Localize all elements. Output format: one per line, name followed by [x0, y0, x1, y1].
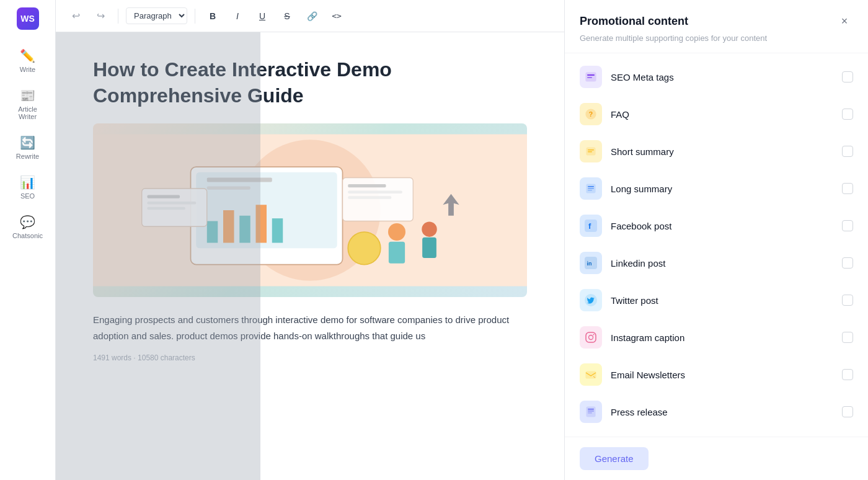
linkedin-post-icon: in — [580, 252, 602, 274]
svg-rect-16 — [348, 184, 386, 187]
svg-text:in: in — [587, 260, 592, 267]
undo-button[interactable]: ↩ — [66, 6, 86, 26]
sidebar-item-rewrite[interactable]: 🔄 Rewrite — [6, 129, 50, 166]
sidebar-item-chatsonic-label: Chatsonic — [12, 232, 43, 239]
sidebar-item-article-writer-label: Article Writer — [11, 105, 45, 120]
svg-rect-8 — [272, 218, 283, 242]
svg-rect-26 — [587, 74, 595, 76]
italic-button[interactable]: I — [228, 6, 247, 26]
svg-point-21 — [422, 222, 437, 238]
list-item[interactable]: SEO Meta tags — [565, 58, 868, 96]
rewrite-icon: 🔄 — [20, 135, 35, 150]
svg-text:f: f — [588, 221, 591, 231]
svg-rect-18 — [348, 196, 391, 198]
press-release-icon — [580, 401, 602, 423]
faq-label: FAQ — [611, 109, 833, 120]
list-item[interactable]: Instagram caption — [565, 319, 868, 356]
svg-rect-17 — [348, 191, 402, 193]
faq-checkbox[interactable] — [842, 109, 853, 120]
seo-meta-checkbox[interactable] — [842, 71, 853, 82]
article-writer-icon: 📰 — [20, 88, 35, 103]
panel-subtitle: Generate multiple supporting copies for … — [580, 33, 853, 43]
seo-icon: 📊 — [20, 175, 35, 190]
underline-button[interactable]: U — [252, 6, 272, 26]
instagram-caption-icon — [580, 326, 602, 349]
short-summary-checkbox[interactable] — [842, 146, 853, 157]
twitter-post-label: Twitter post — [611, 295, 833, 306]
toolbar-divider-1 — [118, 9, 118, 24]
code-button[interactable]: <> — [327, 6, 347, 26]
bold-button[interactable]: B — [203, 6, 223, 26]
svg-rect-46 — [587, 407, 595, 417]
facebook-post-icon: f — [580, 215, 602, 237]
svg-point-19 — [388, 223, 405, 241]
list-item[interactable]: in Linkedin post — [565, 244, 868, 282]
facebook-post-label: Facebook post — [611, 221, 833, 231]
svg-text:?: ? — [589, 110, 593, 118]
instagram-caption-checkbox[interactable] — [842, 332, 853, 343]
sidebar-item-seo[interactable]: 📊 SEO — [6, 169, 50, 206]
twitter-post-checkbox[interactable] — [842, 295, 853, 306]
svg-rect-32 — [588, 151, 592, 153]
press-release-checkbox[interactable] — [842, 406, 853, 417]
twitter-post-icon — [580, 289, 602, 311]
panel-title-row: Promotional content × — [580, 12, 853, 30]
linkedin-post-checkbox[interactable] — [842, 257, 853, 269]
svg-point-44 — [593, 334, 595, 336]
instagram-caption-label: Instagram caption — [611, 332, 833, 343]
generate-button[interactable]: Generate — [580, 447, 649, 470]
long-summary-checkbox[interactable] — [842, 183, 853, 194]
svg-point-43 — [589, 336, 593, 340]
email-newsletters-checkbox[interactable] — [842, 369, 853, 380]
toolbar-divider-2 — [195, 9, 195, 24]
redo-button[interactable]: ↪ — [91, 6, 110, 26]
linkedin-post-label: Linkedin post — [611, 258, 833, 269]
sidebar-item-article-writer[interactable]: 📰 Article Writer — [6, 82, 50, 127]
sidebar-item-rewrite-label: Rewrite — [16, 153, 39, 160]
paragraph-select[interactable]: Paragraph — [126, 7, 187, 24]
short-summary-label: Short summary — [611, 146, 833, 157]
long-summary-icon — [580, 177, 602, 200]
link-button[interactable]: 🔗 — [302, 6, 322, 26]
list-item[interactable]: Twitter post — [565, 282, 868, 319]
list-item[interactable]: f Facebook post — [565, 207, 868, 244]
sidebar: WS ✏️ Write 📰 Article Writer 🔄 Rewrite 📊… — [0, 0, 56, 480]
promotional-content-panel: Promotional content × Generate multiple … — [564, 0, 868, 480]
svg-rect-42 — [586, 332, 596, 342]
svg-rect-47 — [588, 409, 594, 410]
list-item[interactable]: Media pitch — [565, 430, 868, 437]
svg-rect-49 — [588, 412, 592, 414]
close-button[interactable]: × — [836, 12, 853, 30]
strikethrough-button[interactable]: S — [277, 6, 297, 26]
sidebar-item-chatsonic[interactable]: 💬 Chatsonic — [6, 208, 50, 246]
content-overlay — [56, 32, 260, 480]
panel-title: Promotional content — [580, 15, 688, 28]
svg-rect-27 — [587, 77, 592, 78]
svg-rect-31 — [588, 149, 594, 151]
app-logo: WS — [17, 7, 39, 30]
seo-meta-icon — [580, 66, 602, 88]
chatsonic-icon: 💬 — [20, 215, 35, 229]
list-item[interactable]: Long summary — [565, 170, 868, 207]
svg-rect-34 — [588, 186, 594, 187]
list-item[interactable]: Email Newsletters — [565, 356, 868, 393]
seo-meta-label: SEO Meta tags — [611, 72, 833, 82]
write-icon: ✏️ — [20, 48, 35, 63]
short-summary-icon — [580, 140, 602, 162]
list-item[interactable]: Short summary — [565, 133, 868, 170]
panel-footer: Generate — [565, 437, 868, 480]
long-summary-label: Long summary — [611, 184, 833, 194]
sidebar-item-write[interactable]: ✏️ Write — [6, 42, 50, 79]
email-newsletters-label: Email Newsletters — [611, 370, 833, 380]
list-item[interactable]: ? FAQ — [565, 96, 868, 133]
svg-rect-20 — [389, 242, 405, 264]
svg-rect-36 — [588, 190, 592, 191]
svg-point-23 — [348, 232, 381, 265]
sidebar-item-seo-label: SEO — [20, 192, 35, 200]
list-item[interactable]: Press release — [565, 393, 868, 430]
panel-header: Promotional content × Generate multiple … — [565, 0, 868, 53]
facebook-post-checkbox[interactable] — [842, 220, 853, 231]
email-newsletters-icon — [580, 363, 602, 386]
svg-rect-48 — [588, 411, 594, 412]
svg-rect-22 — [422, 238, 436, 258]
